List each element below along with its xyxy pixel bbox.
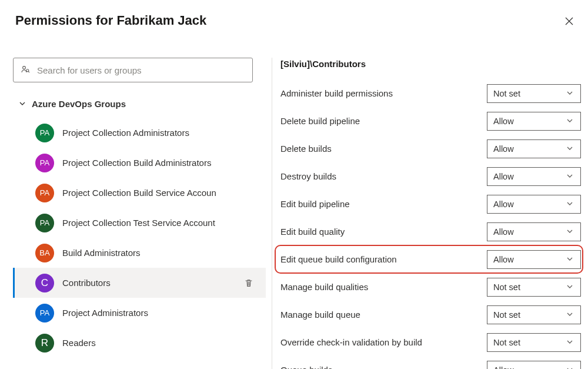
avatar: R [35, 334, 54, 353]
permission-value: Allow [493, 172, 514, 181]
avatar: BA [35, 244, 54, 262]
permission-select[interactable]: Allow [487, 195, 581, 214]
permission-row: Queue buildsAllow [280, 356, 581, 369]
group-item[interactable]: BABuild Administrators [13, 238, 266, 268]
close-button[interactable] [561, 13, 577, 29]
avatar: PA [35, 184, 54, 202]
permission-row: Delete build pipelineAllow [280, 107, 581, 135]
permission-list: Administer build permissionsNot setDelet… [280, 79, 581, 369]
permission-label: Edit build quality [280, 227, 487, 237]
group-item[interactable]: RReaders [13, 328, 266, 358]
page-title: Permissions for Fabrikam Jack [15, 13, 206, 28]
group-item[interactable]: PAProject Collection Administrators [13, 118, 266, 148]
permission-row: Manage build qualitiesNot set [280, 273, 581, 301]
chevron-down-icon [566, 338, 574, 347]
permission-row: Edit build qualityAllow [280, 218, 581, 245]
permission-value: Allow [493, 144, 514, 154]
chevron-down-icon [566, 227, 574, 237]
permission-select[interactable]: Allow [487, 112, 581, 131]
chevron-down-icon [566, 89, 574, 98]
section-header-groups[interactable]: Azure DevOps Groups [13, 89, 266, 118]
permission-label: Destroy builds [280, 171, 487, 181]
chevron-down-icon [566, 365, 574, 370]
permission-select[interactable]: Not set [487, 333, 581, 352]
right-panel: [Silviu]\Contributors Administer build p… [272, 58, 588, 369]
permission-value: Allow [493, 255, 514, 264]
group-item[interactable]: PAProject Collection Build Administrator… [13, 148, 266, 178]
group-label: Readers [62, 338, 256, 348]
permission-label: Delete builds [280, 144, 487, 154]
permission-label: Manage build queue [280, 310, 487, 320]
permission-label: Administer build permissions [280, 88, 487, 98]
permission-value: Not set [493, 282, 520, 292]
delete-group-button[interactable] [241, 278, 256, 288]
avatar: PA [35, 154, 54, 172]
chevron-down-icon [566, 310, 574, 320]
permission-value: Not set [493, 310, 520, 320]
trash-icon [244, 278, 253, 288]
svg-point-1 [26, 69, 29, 71]
permission-select[interactable]: Allow [487, 139, 581, 158]
search-input-wrapper[interactable] [13, 58, 253, 82]
permission-value: Allow [493, 200, 514, 209]
permission-select[interactable]: Not set [487, 305, 581, 324]
permission-select[interactable]: Allow [487, 361, 581, 370]
group-label: Contributors [62, 278, 241, 288]
group-item[interactable]: PAProject Administrators [13, 298, 266, 328]
permission-select[interactable]: Allow [487, 167, 581, 186]
selected-group-title: [Silviu]\Contributors [280, 58, 581, 69]
chevron-down-icon [566, 172, 574, 181]
search-input[interactable] [36, 65, 245, 76]
permission-row: Edit queue build configurationAllow [280, 245, 581, 273]
dialog-header: Permissions for Fabrikam Jack [0, 0, 588, 58]
permission-row: Administer build permissionsNot set [280, 79, 581, 107]
permission-select[interactable]: Not set [487, 278, 581, 297]
avatar: C [35, 274, 54, 292]
permission-label: Manage build qualities [280, 282, 487, 292]
chevron-down-icon [566, 200, 574, 209]
permission-value: Allow [493, 117, 514, 126]
permission-row: Override check-in validation by buildNot… [280, 328, 581, 356]
group-label: Project Collection Administrators [62, 128, 256, 138]
permission-row: Delete buildsAllow [280, 135, 581, 162]
group-label: Build Administrators [62, 248, 256, 258]
group-label: Project Collection Build Service Accoun [62, 188, 256, 198]
permission-row: Manage build queueNot set [280, 301, 581, 328]
permission-label: Edit build pipeline [280, 199, 487, 209]
permission-row: Destroy buildsAllow [280, 162, 581, 190]
main-content: Azure DevOps Groups PAProject Collection… [0, 58, 588, 369]
close-icon [565, 17, 573, 25]
group-item[interactable]: PAProject Collection Test Service Accoun… [13, 208, 266, 238]
avatar: PA [35, 304, 54, 323]
permission-select[interactable]: Allow [487, 250, 581, 269]
group-label: Project Administrators [62, 308, 256, 318]
permission-value: Not set [493, 338, 520, 347]
group-label: Project Collection Build Administrators [62, 158, 256, 168]
permission-value: Allow [493, 365, 514, 370]
permission-label: Override check-in validation by build [280, 337, 487, 347]
chevron-down-icon [13, 100, 32, 107]
chevron-down-icon [566, 255, 574, 264]
permission-value: Not set [493, 89, 520, 98]
person-search-icon [21, 65, 31, 76]
permission-value: Allow [493, 227, 514, 237]
chevron-down-icon [566, 117, 574, 126]
group-label: Project Collection Test Service Account [62, 218, 256, 228]
permission-select[interactable]: Allow [487, 222, 581, 241]
left-panel: Azure DevOps Groups PAProject Collection… [0, 58, 266, 369]
permission-row: Edit build pipelineAllow [280, 190, 581, 218]
permission-label: Edit queue build configuration [280, 254, 487, 264]
svg-point-0 [23, 66, 26, 69]
section-title: Azure DevOps Groups [32, 99, 126, 109]
chevron-down-icon [566, 282, 574, 292]
permission-select[interactable]: Not set [487, 84, 581, 103]
avatar: PA [35, 214, 54, 232]
avatar: PA [35, 124, 54, 142]
chevron-down-icon [566, 144, 574, 154]
group-item[interactable]: CContributors [13, 268, 266, 298]
permission-label: Delete build pipeline [280, 116, 487, 126]
group-list: PAProject Collection AdministratorsPAPro… [13, 118, 266, 358]
group-item[interactable]: PAProject Collection Build Service Accou… [13, 178, 266, 208]
permission-label: Queue builds [280, 365, 487, 369]
